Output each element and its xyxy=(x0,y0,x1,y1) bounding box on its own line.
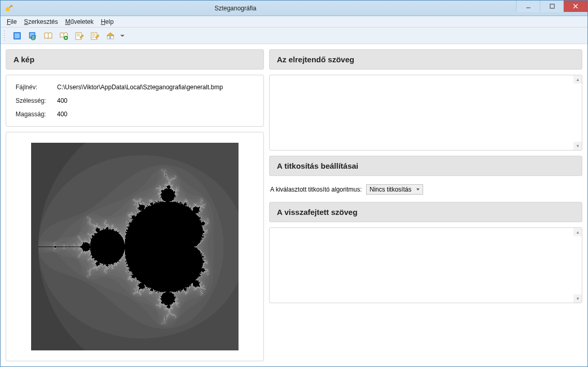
algo-label: A kiválasztott titkosító algoritmus: xyxy=(270,186,362,193)
minimize-button[interactable] xyxy=(516,1,540,12)
svg-rect-2 xyxy=(550,4,554,8)
menu-file[interactable]: File xyxy=(4,17,20,26)
decoded-text-panel: ▴ ▾ xyxy=(269,227,582,303)
height-label: Magasság: xyxy=(13,107,55,121)
menu-help[interactable]: Help xyxy=(97,17,117,26)
scroll-down-icon[interactable]: ▾ xyxy=(573,294,582,303)
image-meta-panel: Fájlnév: C:\Users\Viktor\AppData\Local\S… xyxy=(6,75,264,127)
close-button[interactable] xyxy=(564,1,587,12)
scroll-up-icon[interactable]: ▴ xyxy=(573,75,582,84)
content-area: A kép Fájlnév: C:\Users\Viktor\AppData\L… xyxy=(1,44,587,366)
image-preview xyxy=(31,143,239,350)
image-preview-panel xyxy=(6,132,264,361)
decoded-header: A visszafejtett szöveg xyxy=(269,202,582,222)
svg-point-0 xyxy=(6,7,10,11)
decoded-text-output[interactable] xyxy=(270,228,573,303)
toolbar-note-edit-button[interactable] xyxy=(73,30,86,42)
crypto-settings-row: A kiválasztott titkosító algoritmus: Nin… xyxy=(269,181,582,197)
toolbar-grip-icon xyxy=(4,30,7,42)
height-value: 400 xyxy=(55,107,256,121)
toolbar-image-refresh-button[interactable] xyxy=(26,30,39,42)
algo-select[interactable]: Nincs titkosítás xyxy=(366,184,423,195)
width-value: 400 xyxy=(55,94,256,107)
toolbar-home-button[interactable] xyxy=(104,30,117,42)
svg-marker-25 xyxy=(120,35,124,37)
window-title: Szteganográfia xyxy=(17,5,516,12)
algo-selected-value: Nincs titkosítás xyxy=(370,186,412,193)
hide-text-panel: ▴ ▾ xyxy=(269,75,582,151)
svg-rect-6 xyxy=(15,33,20,38)
toolbar xyxy=(1,28,587,44)
toolbar-note-edit-alt-button[interactable] xyxy=(89,30,101,42)
maximize-button[interactable] xyxy=(540,1,564,12)
titlebar: Szteganográfia xyxy=(1,1,587,16)
app-icon xyxy=(5,4,13,12)
toolbar-book-button[interactable] xyxy=(42,30,54,42)
scroll-up-icon[interactable]: ▴ xyxy=(573,228,582,236)
image-panel-header: A kép xyxy=(6,49,264,70)
window-controls xyxy=(516,1,587,12)
meta-row-width: Szélesség: 400 xyxy=(13,94,256,107)
crypto-header: A titkosítás beállításai xyxy=(269,156,582,176)
menubar: File Szerkesztés Műveletek Help xyxy=(1,16,587,28)
hide-text-header: Az elrejtendő szöveg xyxy=(269,49,582,70)
toolbar-book-add-button[interactable] xyxy=(58,30,70,42)
width-label: Szélesség: xyxy=(13,94,55,107)
svg-marker-23 xyxy=(107,33,114,36)
toolbar-overflow-icon[interactable] xyxy=(120,34,125,38)
filename-value: C:\Users\Viktor\AppData\Local\Szteganogr… xyxy=(55,80,256,94)
meta-row-filename: Fájlnév: C:\Users\Viktor\AppData\Local\S… xyxy=(13,80,256,94)
svg-rect-24 xyxy=(109,36,111,39)
toolbar-image-button[interactable] xyxy=(11,30,23,42)
meta-row-height: Magasság: 400 xyxy=(13,107,256,121)
right-column: Az elrejtendő szöveg ▴ ▾ A titkosítás be… xyxy=(269,49,582,361)
left-column: A kép Fájlnév: C:\Users\Viktor\AppData\L… xyxy=(6,49,264,361)
filename-label: Fájlnév: xyxy=(13,80,55,94)
hide-text-input[interactable] xyxy=(270,75,573,150)
menu-edit[interactable]: Szerkesztés xyxy=(21,17,61,26)
menu-operations[interactable]: Műveletek xyxy=(62,17,97,26)
app-window: Szteganográfia File Szerkesztés Művelete… xyxy=(0,0,588,367)
scroll-down-icon[interactable]: ▾ xyxy=(573,142,582,150)
image-meta-table: Fájlnév: C:\Users\Viktor\AppData\Local\S… xyxy=(13,80,256,121)
